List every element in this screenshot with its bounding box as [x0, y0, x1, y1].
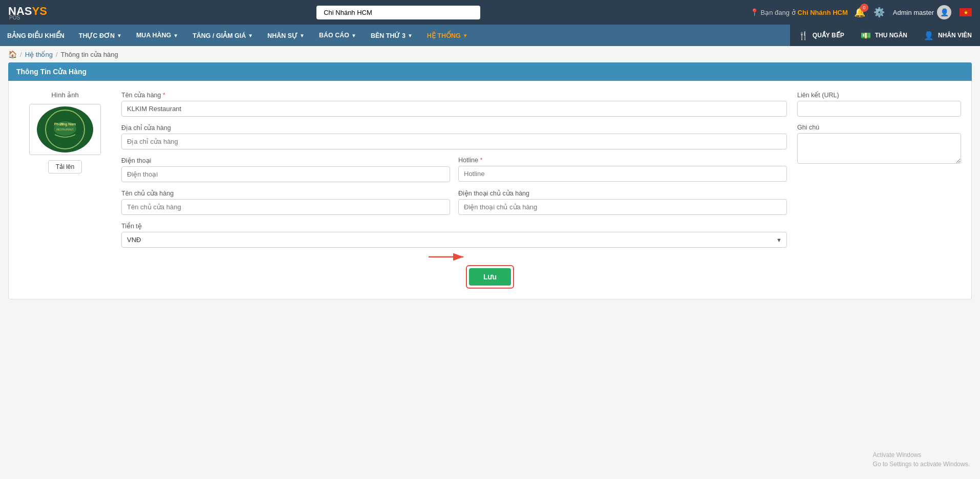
- image-label: Hình ảnh: [51, 91, 79, 99]
- nav-cashier-label: THU NGÂN: [875, 32, 907, 39]
- notification-badge: 0: [860, 4, 868, 12]
- nav-label-system: HỆ THỐNG: [427, 32, 461, 39]
- nav-item-system[interactable]: HỆ THỐNG ▼: [420, 25, 475, 46]
- phone-hotline-row: Điện thoại Hotline *: [121, 157, 787, 189]
- section-title: Thông Tin Cửa Hàng: [16, 68, 87, 76]
- chevron-down-icon: ▼: [173, 33, 178, 38]
- form-panel: Hình ảnh Phương Nam RESTAURANT Tải lên: [8, 81, 972, 299]
- search-bar-wrap: [53, 6, 744, 19]
- staff-icon: 👤: [924, 31, 934, 40]
- flag-icon: [960, 8, 972, 16]
- form-right-column: Liên kết (URL) Ghi chú: [797, 91, 961, 255]
- breadcrumb-current: Thông tin cửa hàng: [61, 51, 118, 58]
- nav-label-third-party: BÊN THỨ 3: [371, 32, 406, 39]
- owner-row: Tên chủ cửa hàng Điện thoại chủ cửa hàng: [121, 189, 787, 222]
- image-upload-column: Hình ảnh Phương Nam RESTAURANT Tải lên: [19, 91, 111, 255]
- breadcrumb-parent[interactable]: Hệ thống: [25, 51, 53, 58]
- store-name-input[interactable]: [121, 101, 787, 117]
- currency-select[interactable]: VNĐ USD: [121, 232, 787, 248]
- chevron-down-icon: ▼: [408, 33, 413, 38]
- svg-text:Phương Nam: Phương Nam: [54, 122, 76, 126]
- form-layout: Hình ảnh Phương Nam RESTAURANT Tải lên: [19, 91, 961, 255]
- nav-label-staff: NHÂN SỰ: [267, 32, 297, 39]
- breadcrumb-sep-2: /: [56, 51, 58, 58]
- form-middle-column: Tên cửa hàng * Địa chỉ cửa hàng Điện tho…: [121, 91, 787, 255]
- store-address-group: Địa chỉ cửa hàng: [121, 124, 787, 149]
- nav-item-discount[interactable]: TĂNG / GIẢM GIÁ ▼: [185, 25, 260, 46]
- url-group: Liên kết (URL): [797, 91, 961, 117]
- nav-kitchen-button[interactable]: 🍴 QUẦY BẾP: [790, 25, 853, 46]
- chevron-down-icon: ▼: [300, 33, 305, 38]
- svg-text:RESTAURANT: RESTAURANT: [56, 128, 74, 131]
- store-address-label: Địa chỉ cửa hàng: [121, 124, 787, 132]
- required-star: *: [163, 92, 165, 99]
- owner-name-label: Tên chủ cửa hàng: [121, 189, 450, 197]
- note-textarea[interactable]: [797, 133, 961, 164]
- location-link[interactable]: Chi Nhánh HCM: [798, 9, 848, 16]
- nav-item-purchase[interactable]: MUA HÀNG ▼: [129, 25, 185, 46]
- nav-bar: BẢNG ĐIỀU KHIỂN THỰC ĐƠN ▼ MUA HÀNG ▼ TĂ…: [0, 25, 980, 46]
- nav-label-dashboard: BẢNG ĐIỀU KHIỂN: [7, 32, 65, 39]
- top-bar: NASYS POS 📍 Bạn đang ở Chi Nhánh HCM 🔔 0…: [0, 0, 980, 25]
- nav-staff-button[interactable]: 👤 NHÂN VIÊN: [915, 25, 980, 46]
- section-header: Thông Tin Cửa Hàng: [8, 62, 972, 81]
- nav-label-menu: THỰC ĐƠN: [79, 32, 115, 39]
- chevron-down-icon: ▼: [117, 33, 122, 38]
- nav-item-third-party[interactable]: BÊN THỨ 3 ▼: [364, 25, 420, 46]
- save-area: Lưu: [19, 265, 961, 289]
- nav-staff-label: NHÂN VIÊN: [938, 32, 972, 39]
- save-button-wrap: Lưu: [466, 265, 514, 289]
- nav-item-dashboard[interactable]: BẢNG ĐIỀU KHIỂN: [0, 25, 72, 46]
- hotline-input[interactable]: [458, 166, 787, 182]
- nav-item-menu[interactable]: THỰC ĐƠN ▼: [72, 25, 129, 46]
- settings-button[interactable]: ⚙️: [874, 7, 885, 18]
- nav-label-report: BÁO CÁO: [319, 32, 349, 39]
- owner-phone-input[interactable]: [458, 199, 787, 215]
- phone-input[interactable]: [121, 166, 450, 182]
- user-info[interactable]: Admin master 👤: [893, 5, 951, 19]
- hotline-group: Hotline *: [458, 157, 787, 182]
- user-name: Admin master: [893, 9, 934, 16]
- url-input[interactable]: [797, 101, 961, 117]
- owner-name-group: Tên chủ cửa hàng: [121, 189, 450, 215]
- upload-button[interactable]: Tải lên: [48, 160, 82, 173]
- store-address-input[interactable]: [121, 134, 787, 149]
- url-label: Liên kết (URL): [797, 91, 961, 99]
- nav-cashier-button[interactable]: 💵 THU NGÂN: [853, 25, 915, 46]
- logo: NASYS POS: [8, 5, 47, 20]
- phone-label: Điện thoại: [121, 157, 450, 164]
- logo-svg: Phương Nam RESTAURANT: [45, 109, 86, 150]
- main-content: Thông Tin Cửa Hàng Hình ảnh Phương Nam R…: [8, 62, 972, 299]
- save-button[interactable]: Lưu: [469, 268, 511, 286]
- owner-name-input[interactable]: [121, 199, 450, 215]
- chevron-down-icon: ▼: [463, 33, 468, 38]
- breadcrumb: 🏠 / Hệ thống / Thông tin cửa hàng: [0, 46, 980, 62]
- image-box: Phương Nam RESTAURANT: [29, 104, 101, 155]
- currency-select-wrap: VNĐ USD ▼: [121, 232, 787, 248]
- owner-phone-group: Điện thoại chủ cửa hàng: [458, 189, 787, 215]
- location-icon: 📍: [750, 8, 759, 16]
- currency-group: Tiền tệ VNĐ USD ▼: [121, 222, 787, 248]
- chevron-down-icon: ▼: [248, 33, 253, 38]
- nav-label-purchase: MUA HÀNG: [136, 32, 171, 39]
- nav-right: 🍴 QUẦY BẾP 💵 THU NGÂN 👤 NHÂN VIÊN: [790, 25, 980, 46]
- notification-button[interactable]: 🔔 0: [854, 7, 865, 18]
- store-name-group: Tên cửa hàng *: [121, 91, 787, 117]
- currency-label: Tiền tệ: [121, 222, 787, 230]
- red-arrow-annotation: [423, 247, 470, 267]
- note-label: Ghi chú: [797, 124, 961, 131]
- nav-kitchen-label: QUẦY BẾP: [813, 32, 844, 39]
- phone-group: Điện thoại: [121, 157, 450, 182]
- location-info: 📍 Bạn đang ở Chi Nhánh HCM: [750, 8, 848, 16]
- note-group: Ghi chú: [797, 124, 961, 165]
- search-input[interactable]: [316, 6, 480, 19]
- location-text: Bạn đang ở: [761, 9, 796, 16]
- nav-item-report[interactable]: BÁO CÁO ▼: [312, 25, 364, 46]
- top-right: 🔔 0 ⚙️ Admin master 👤: [854, 5, 972, 19]
- home-icon[interactable]: 🏠: [8, 50, 17, 58]
- avatar: 👤: [937, 5, 951, 19]
- hotline-label: Hotline *: [458, 157, 787, 164]
- store-name-label: Tên cửa hàng *: [121, 91, 787, 99]
- nav-item-staff[interactable]: NHÂN SỰ ▼: [260, 25, 312, 46]
- store-logo-image: Phương Nam RESTAURANT: [37, 106, 93, 153]
